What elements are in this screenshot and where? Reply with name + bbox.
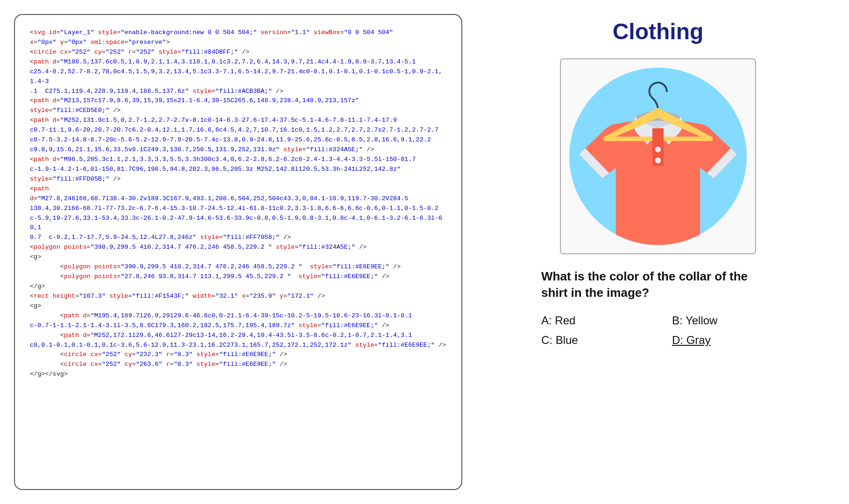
options-grid: A: Red B: Yellow C: Blue D: Gray xyxy=(541,314,775,347)
option-d[interactable]: D: Gray xyxy=(672,334,775,347)
shirt-image xyxy=(560,58,756,254)
code-panel: <svg id="Layer_1" style="enable-backgrou… xyxy=(14,14,462,490)
option-c[interactable]: C: Blue xyxy=(541,334,644,347)
svg-point-4 xyxy=(655,147,661,153)
option-a[interactable]: A: Red xyxy=(541,314,644,327)
svg-code: <svg id="Layer_1" style="enable-backgrou… xyxy=(30,28,446,379)
right-panel: Clothing xyxy=(481,14,835,490)
option-b[interactable]: B: Yellow xyxy=(672,314,775,327)
category-title: Clothing xyxy=(613,19,704,44)
question-text: What is the color of the collar of the s… xyxy=(541,268,775,301)
svg-point-5 xyxy=(655,157,661,163)
